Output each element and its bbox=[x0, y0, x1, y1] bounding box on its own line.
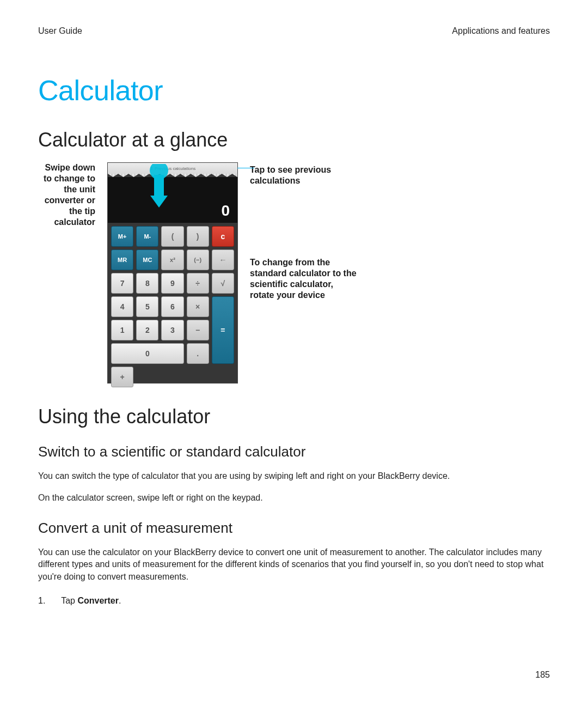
key-mminus: M- bbox=[136, 226, 158, 247]
rotate-device-label: To change from the standard calculator t… bbox=[250, 257, 359, 301]
key-add: + bbox=[111, 367, 133, 387]
header-left: User Guide bbox=[38, 26, 82, 36]
key-7: 7 bbox=[111, 273, 133, 294]
key-9: 9 bbox=[161, 273, 183, 294]
key-equals: = bbox=[212, 296, 234, 364]
section-using: Using the calculator bbox=[38, 405, 550, 428]
header-right: Applications and features bbox=[452, 26, 550, 36]
key-lparen: ( bbox=[161, 226, 183, 247]
convert-steps: 1. Tap Converter. bbox=[38, 594, 550, 608]
display-value: 0 bbox=[221, 202, 230, 220]
chapter-title: Calculator bbox=[38, 74, 550, 107]
key-multiply: × bbox=[187, 296, 209, 317]
key-square: x² bbox=[161, 249, 183, 270]
key-mr: MR bbox=[111, 249, 133, 270]
subsection-convert: Convert a unit of measurement bbox=[38, 520, 550, 537]
key-3: 3 bbox=[161, 320, 183, 340]
callout-line bbox=[237, 168, 254, 168]
svg-rect-1 bbox=[154, 175, 164, 197]
calculator-diagram: Swipe down to change to the unit convert… bbox=[38, 162, 550, 384]
calc-display: 0 bbox=[108, 177, 237, 223]
section-at-a-glance: Calculator at a glance bbox=[38, 129, 550, 151]
key-4: 4 bbox=[111, 296, 133, 317]
swipe-down-label: Swipe down to change to the unit convert… bbox=[38, 162, 95, 228]
key-mplus: M+ bbox=[111, 226, 133, 247]
step-text-post: . bbox=[119, 596, 121, 605]
step-num: 1. bbox=[38, 594, 59, 608]
key-mc: MC bbox=[136, 249, 158, 270]
key-dot: . bbox=[187, 343, 209, 364]
key-2: 2 bbox=[136, 320, 158, 340]
step-1: 1. Tap Converter. bbox=[38, 594, 550, 608]
key-subtract: − bbox=[187, 320, 209, 340]
right-callouts: Tap to see previous calculations To chan… bbox=[250, 162, 359, 301]
key-backspace: ← bbox=[212, 249, 234, 270]
key-6: 6 bbox=[161, 296, 183, 317]
calculator-mock: ⇕ Previous calculations 0 M+ M- ( ) c MR… bbox=[107, 162, 238, 384]
subsection-switch: Switch to a scientific or standard calcu… bbox=[38, 443, 550, 460]
key-1: 1 bbox=[111, 320, 133, 340]
step-text-pre: Tap bbox=[61, 596, 77, 605]
key-divide: ÷ bbox=[187, 273, 209, 294]
calc-keypad: M+ M- ( ) c MR MC x² (−) ← 7 8 9 ÷ √ 4 5… bbox=[108, 223, 237, 391]
convert-para: You can use the calculator on your Black… bbox=[38, 546, 550, 583]
key-sqrt: √ bbox=[212, 273, 234, 294]
key-rparen: ) bbox=[187, 226, 209, 247]
switch-para-2: On the calculator screen, swipe left or … bbox=[38, 492, 550, 504]
page-number: 185 bbox=[535, 670, 550, 680]
svg-marker-2 bbox=[150, 196, 168, 208]
calc-previous-bar: ⇕ Previous calculations bbox=[108, 163, 237, 174]
tap-previous-label: Tap to see previous calculations bbox=[250, 165, 359, 186]
key-clear: c bbox=[212, 226, 234, 247]
key-negate: (−) bbox=[187, 249, 209, 270]
key-0: 0 bbox=[111, 343, 184, 364]
key-5: 5 bbox=[136, 296, 158, 317]
page-header: User Guide Applications and features bbox=[38, 26, 550, 36]
step-text-bold: Converter bbox=[77, 596, 119, 605]
key-8: 8 bbox=[136, 273, 158, 294]
swipe-down-arrow-icon bbox=[148, 164, 170, 218]
switch-para-1: You can switch the type of calculator th… bbox=[38, 470, 550, 482]
